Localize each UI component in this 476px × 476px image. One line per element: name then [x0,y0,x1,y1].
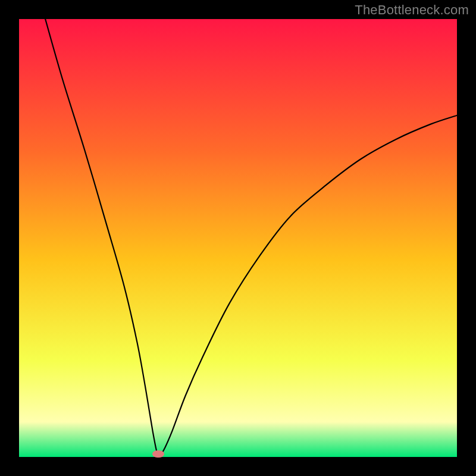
watermark-text: TheBottleneck.com [355,2,469,18]
bottleneck-chart [19,19,457,457]
chart-frame [19,19,457,457]
gradient-background [19,19,457,457]
optimal-point-marker [152,450,164,458]
